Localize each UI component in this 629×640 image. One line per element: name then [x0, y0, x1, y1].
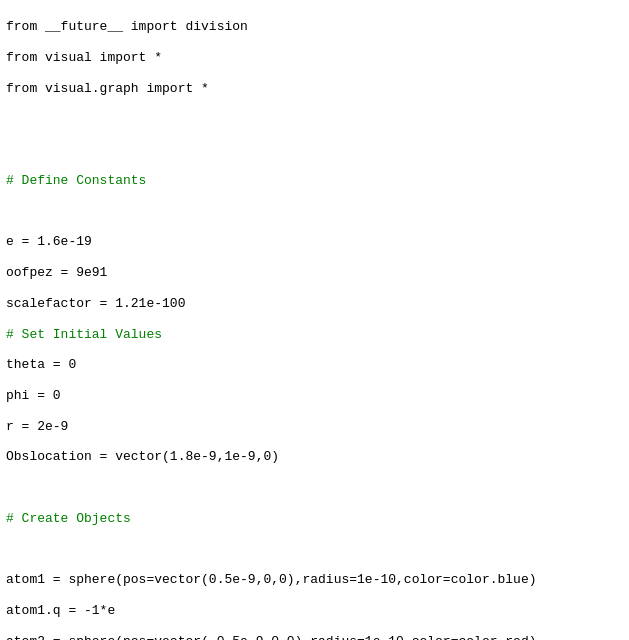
code-line-6: [6, 204, 623, 219]
code-line-4: [6, 142, 623, 157]
code-line-16: # Create Objects: [6, 511, 623, 526]
code-line-5: # Define Constants: [6, 173, 623, 188]
code-line-11: theta = 0: [6, 357, 623, 372]
code-line-14: Obslocation = vector(1.8e-9,1e-9,0): [6, 449, 623, 464]
code-line-19: atom1.q = -1*e: [6, 603, 623, 618]
code-line-13: r = 2e-9: [6, 419, 623, 434]
code-line-2: from visual.graph import *: [6, 81, 623, 96]
code-line-18: atom1 = sphere(pos=vector(0.5e-9,0,0),ra…: [6, 572, 623, 587]
code-line-3: [6, 111, 623, 126]
code-line-8: oofpez = 9e91: [6, 265, 623, 280]
code-line-20: atom2 = sphere(pos=vector(-0.5e-9,0,0),r…: [6, 634, 623, 640]
code-editor[interactable]: from __future__ import division from vis…: [0, 0, 629, 640]
code-line-0: from __future__ import division: [6, 19, 623, 34]
code-line-10: # Set Initial Values: [6, 327, 623, 342]
code-line-7: e = 1.6e-19: [6, 234, 623, 249]
code-line-1: from visual import *: [6, 50, 623, 65]
code-line-9: scalefactor = 1.21e-100: [6, 296, 623, 311]
code-line-15: [6, 480, 623, 495]
code-line-12: phi = 0: [6, 388, 623, 403]
code-line-17: [6, 542, 623, 557]
